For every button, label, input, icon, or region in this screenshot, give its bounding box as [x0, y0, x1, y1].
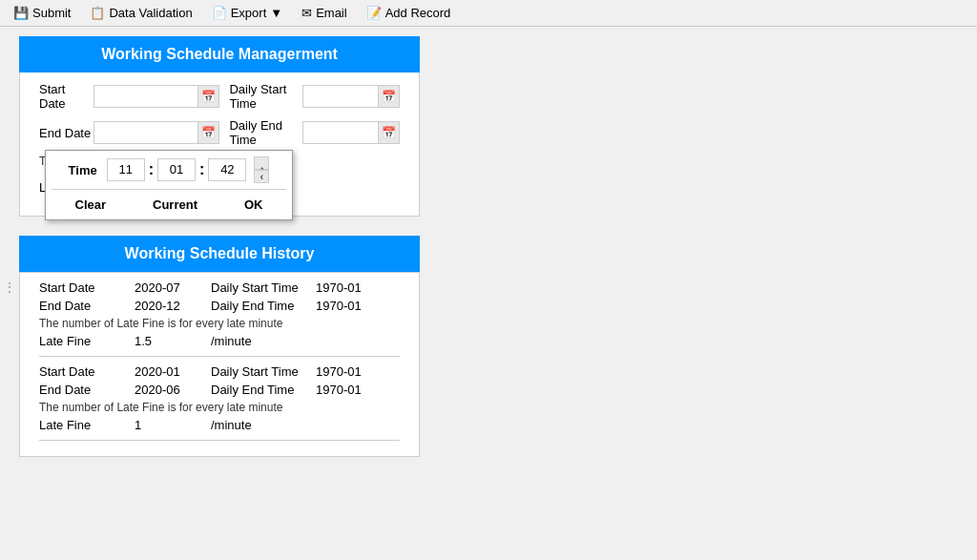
time-picker-row: Time : : — [52, 156, 286, 183]
time-current-button[interactable]: Current — [145, 196, 205, 214]
submit-icon: 💾 — [13, 6, 29, 20]
daily-start-time-input-group: 📅 — [302, 85, 400, 108]
minute-input[interactable] — [157, 158, 196, 181]
second-input[interactable] — [208, 158, 246, 181]
daily-end-time-container: 📅 Time : — [302, 121, 400, 144]
end-date-label: End Date — [39, 126, 94, 140]
minute-segment — [157, 158, 196, 181]
management-area: Working Schedule Managerment Start Date … — [19, 36, 958, 217]
end-date-input[interactable] — [94, 121, 198, 144]
add-record-button[interactable]: 📝 Add Record — [361, 4, 457, 22]
hist-note-0: The number of Late Fine is for every lat… — [39, 317, 400, 330]
hist-daily-start-value-0: 1970-01 — [316, 280, 362, 295]
start-date-input[interactable] — [94, 85, 198, 108]
hist-start-date-label-0: Start Date — [39, 280, 135, 295]
colon-2: : — [199, 158, 204, 181]
daily-end-time-input[interactable] — [302, 121, 379, 144]
hist-late-fine-label-0: Late Fine — [39, 334, 135, 348]
daily-start-time-calendar-button[interactable]: 📅 — [379, 85, 400, 108]
hist-end-date-value-0: 2020-12 — [135, 299, 211, 313]
history-record-1: Start Date 2020-01 Daily Start Time 1970… — [39, 364, 400, 432]
daily-end-time-calendar-button[interactable]: 📅 — [379, 121, 400, 144]
hist-start-date-label-1: Start Date — [39, 364, 135, 379]
hist-late-fine-row-1: Late Fine 1 /minute — [39, 418, 400, 432]
hist-late-fine-value-0: 1.5 — [135, 334, 211, 348]
daily-start-time-input[interactable] — [302, 85, 379, 108]
hour-input[interactable] — [107, 158, 145, 181]
start-date-input-group: 📅 — [94, 85, 219, 108]
hist-end-date-value-1: 2020-06 — [135, 383, 211, 397]
history-divider-1 — [39, 440, 400, 441]
hist-daily-end-value-0: 1970-01 — [316, 299, 362, 313]
hist-daily-start-value-1: 1970-01 — [316, 364, 362, 379]
history-section-header: Working Schedule History — [19, 236, 420, 272]
hist-late-fine-value-1: 1 — [135, 418, 211, 432]
email-button[interactable]: ✉ Email — [296, 4, 353, 22]
hist-start-date-value-1: 2020-01 — [135, 364, 211, 379]
history-record-0: Start Date 2020-07 Daily Start Time 1970… — [39, 280, 400, 348]
hist-daily-end-value-1: 1970-01 — [316, 383, 362, 397]
hist-daily-end-label-1: Daily End Time — [211, 383, 316, 397]
scroll-handle[interactable]: ⋮ — [4, 280, 15, 294]
start-date-calendar-button[interactable]: 📅 — [198, 85, 219, 108]
time-ok-button[interactable]: OK — [237, 196, 271, 214]
history-row-start-0: Start Date 2020-07 Daily Start Time 1970… — [39, 280, 400, 295]
history-row-start-1: Start Date 2020-01 Daily Start Time 1970… — [39, 364, 400, 379]
management-section-header: Working Schedule Managerment — [19, 36, 420, 73]
daily-end-time-input-group: 📅 — [302, 121, 400, 144]
time-down-button[interactable]: ‹ — [254, 170, 269, 183]
hist-late-fine-row-0: Late Fine 1.5 /minute — [39, 334, 400, 348]
data-validation-icon: 📋 — [90, 6, 105, 20]
time-label: Time — [69, 163, 97, 177]
hist-start-date-value-0: 2020-07 — [135, 280, 211, 295]
daily-end-time-label: Daily End Time — [229, 118, 302, 147]
email-icon: ✉ — [301, 6, 312, 20]
management-form-wrapper: Working Schedule Managerment Start Date … — [19, 36, 420, 217]
hist-end-date-label-1: End Date — [39, 383, 135, 397]
history-divider-0 — [39, 356, 400, 357]
daily-start-time-label: Daily Start Time — [229, 82, 302, 111]
hist-late-fine-label-1: Late Fine — [39, 418, 135, 432]
export-button[interactable]: 📄 Export ▼ — [206, 4, 288, 22]
time-picker-popup: Time : : — [45, 150, 293, 220]
colon-1: : — [149, 158, 154, 181]
page-wrapper: Working Schedule Managerment Start Date … — [0, 27, 977, 467]
hist-note-1: The number of Late Fine is for every lat… — [39, 401, 400, 414]
second-segment — [208, 158, 246, 181]
start-date-row: Start Date 📅 Daily Start Time 📅 — [39, 82, 400, 111]
hist-end-date-label-0: End Date — [39, 299, 135, 313]
history-body: Start Date 2020-07 Daily Start Time 1970… — [19, 272, 420, 457]
end-date-calendar-button[interactable]: 📅 — [198, 121, 219, 144]
add-record-icon: 📝 — [366, 6, 382, 20]
time-clear-button[interactable]: Clear — [68, 196, 114, 214]
submit-button[interactable]: 💾 Submit — [8, 4, 76, 22]
end-date-row: End Date 📅 Daily End Time 📅 — [39, 118, 400, 147]
hist-daily-start-label-1: Daily Start Time — [211, 364, 316, 379]
toolbar: 💾 Submit 📋 Data Validation 📄 Export ▼ ✉ … — [0, 0, 977, 27]
history-row-end-0: End Date 2020-12 Daily End Time 1970-01 — [39, 299, 400, 313]
time-arrows: ‸ ‹ — [254, 156, 269, 183]
hist-daily-end-label-0: Daily End Time — [211, 299, 316, 313]
time-picker-actions: Clear Current OK — [52, 189, 286, 214]
export-icon: 📄 — [212, 6, 227, 20]
history-row-end-1: End Date 2020-06 Daily End Time 1970-01 — [39, 383, 400, 397]
hour-segment — [107, 158, 145, 181]
hist-late-fine-unit-1: /minute — [211, 418, 316, 432]
hist-late-fine-unit-0: /minute — [211, 334, 316, 348]
end-date-input-group: 📅 — [94, 121, 219, 144]
export-dropdown-arrow: ▼ — [270, 6, 282, 20]
management-form-body: Start Date 📅 Daily Start Time 📅 End Date — [19, 73, 420, 217]
hist-daily-start-label-0: Daily Start Time — [211, 280, 316, 295]
start-date-label: Start Date — [39, 82, 94, 111]
history-section: Working Schedule History Start Date 2020… — [19, 236, 420, 457]
data-validation-button[interactable]: 📋 Data Validation — [84, 4, 197, 22]
time-up-button[interactable]: ‸ — [254, 156, 269, 170]
